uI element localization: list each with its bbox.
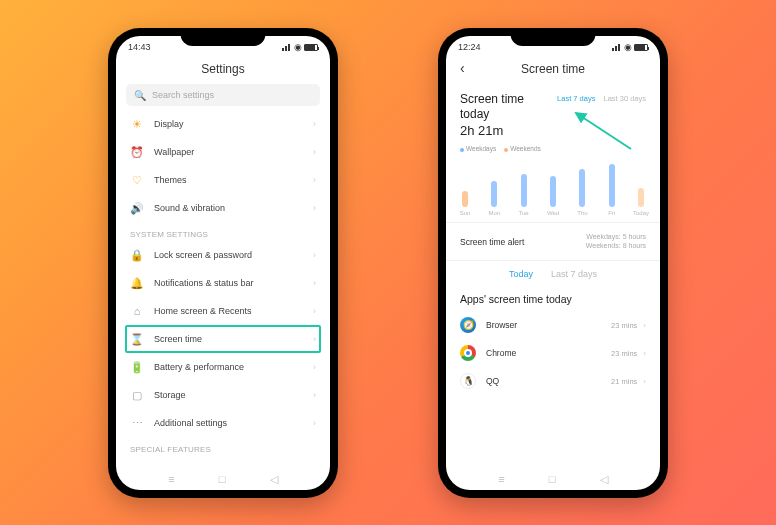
screen-settings: 14:43 ◉ Settings 🔍 Search settings ☀Disp…	[116, 36, 330, 490]
chevron-right-icon: ›	[313, 203, 316, 213]
phone-screen-time: 12:24 ◉ ‹ Screen time Screen time today …	[438, 28, 668, 498]
chevron-right-icon: ›	[313, 418, 316, 428]
page-title-text: Screen time	[521, 62, 585, 76]
chrome-icon	[460, 345, 476, 361]
page-title: ‹ Screen time	[446, 58, 660, 84]
row-label: Notifications & status bar	[154, 278, 254, 288]
tab-last7[interactable]: Last 7 days	[551, 269, 597, 279]
nav-recent-icon[interactable]: ≡	[498, 473, 504, 486]
chevron-right-icon: ›	[643, 377, 646, 386]
browser-icon: 🧭	[460, 317, 476, 333]
battery-icon	[634, 44, 648, 51]
row-icon: 🔔	[130, 276, 144, 290]
qq-icon: 🐧	[460, 373, 476, 389]
signal-icon	[282, 44, 292, 51]
chevron-right-icon: ›	[313, 334, 316, 344]
chevron-right-icon: ›	[313, 119, 316, 129]
app-row-qq[interactable]: 🐧QQ21 mins›	[446, 367, 660, 395]
app-row-browser[interactable]: 🧭Browser23 mins›	[446, 311, 660, 339]
chevron-right-icon: ›	[643, 349, 646, 358]
chevron-right-icon: ›	[313, 147, 316, 157]
section-header-special: SPECIAL FEATURES	[116, 437, 330, 456]
row-icon: 🔒	[130, 248, 144, 262]
settings-row-home-screen-recents[interactable]: ⌂Home screen & Recents›	[116, 297, 330, 325]
page-title: Settings	[116, 58, 330, 84]
settings-row-lock-screen-password[interactable]: 🔒Lock screen & password›	[116, 241, 330, 269]
app-name: QQ	[486, 376, 499, 386]
settings-row-battery-performance[interactable]: 🔋Battery & performance›	[116, 353, 330, 381]
settings-row-display[interactable]: ☀Display›	[116, 110, 330, 138]
tab-today[interactable]: Today	[509, 269, 533, 279]
chevron-right-icon: ›	[313, 175, 316, 185]
row-label: Screen time	[154, 334, 202, 344]
settings-row-notifications-status-bar[interactable]: 🔔Notifications & status bar›	[116, 269, 330, 297]
row-label: Battery & performance	[154, 362, 244, 372]
settings-row-additional-settings[interactable]: ⋯Additional settings›	[116, 409, 330, 437]
app-name: Chrome	[486, 348, 516, 358]
nav-back-icon[interactable]: ◁	[270, 473, 278, 486]
settings-row-themes[interactable]: ♡Themes›	[116, 166, 330, 194]
battery-icon	[304, 44, 318, 51]
app-duration: 21 mins	[611, 377, 637, 386]
wifi-icon: ◉	[624, 42, 632, 52]
alert-label: Screen time alert	[460, 237, 524, 247]
nav-home-icon[interactable]: □	[549, 473, 556, 486]
legend-weekdays: Weekdays	[460, 145, 496, 152]
status-time: 14:43	[128, 42, 151, 52]
notch	[181, 28, 266, 46]
chart-bar-today: Today	[636, 188, 646, 217]
row-label: Lock screen & password	[154, 250, 252, 260]
chevron-right-icon: ›	[313, 306, 316, 316]
system-nav[interactable]: ≡ □ ◁	[446, 473, 660, 486]
nav-back-icon[interactable]: ◁	[600, 473, 608, 486]
status-indicators: ◉	[282, 42, 318, 52]
range-tab-30[interactable]: Last 30 days	[603, 94, 646, 103]
settings-row-screen-time[interactable]: ⌛Screen time›	[116, 325, 330, 353]
head-line2: today	[460, 107, 524, 122]
chart-bar-fri: Fri	[607, 164, 617, 216]
back-button[interactable]: ‹	[460, 60, 465, 76]
alert-line1: Weekdays: 5 hours	[586, 233, 646, 241]
head-value: 2h 21m	[460, 123, 524, 139]
row-icon: ⌛	[130, 332, 144, 346]
screen-time-chart: SunMonTueWedThuFriToday	[446, 154, 660, 216]
row-label: Additional settings	[154, 418, 227, 428]
row-label: Home screen & Recents	[154, 306, 252, 316]
chevron-right-icon: ›	[313, 390, 316, 400]
chevron-right-icon: ›	[313, 362, 316, 372]
alert-line2: Weekends: 8 hours	[586, 242, 646, 250]
app-row-chrome[interactable]: Chrome23 mins›	[446, 339, 660, 367]
chart-bar-thu: Thu	[577, 169, 587, 216]
row-icon: 🔋	[130, 360, 144, 374]
head-line1: Screen time	[460, 92, 524, 107]
range-tab-7[interactable]: Last 7 days	[557, 94, 595, 103]
status-time: 12:24	[458, 42, 481, 52]
period-tabs[interactable]: Today Last 7 days	[446, 261, 660, 287]
row-icon: ⌂	[130, 304, 144, 318]
chart-bar-tue: Tue	[519, 174, 529, 216]
settings-row-wallpaper[interactable]: ⏰Wallpaper›	[116, 138, 330, 166]
screen-time-alert-row[interactable]: Screen time alert Weekdays: 5 hours Week…	[446, 222, 660, 261]
range-tabs[interactable]: Last 7 days Last 30 days	[557, 94, 646, 103]
row-icon: ⋯	[130, 416, 144, 430]
row-icon: ▢	[130, 388, 144, 402]
apps-title: Apps' screen time today	[446, 287, 660, 311]
row-icon: ♡	[130, 173, 144, 187]
settings-row-storage[interactable]: ▢Storage›	[116, 381, 330, 409]
settings-row-sound-vibration[interactable]: 🔊Sound & vibration›	[116, 194, 330, 222]
row-icon: 🔊	[130, 201, 144, 215]
app-duration: 23 mins	[611, 349, 637, 358]
search-placeholder: Search settings	[152, 90, 214, 100]
notch	[511, 28, 596, 46]
system-nav[interactable]: ≡ □ ◁	[116, 473, 330, 486]
screen-screen-time: 12:24 ◉ ‹ Screen time Screen time today …	[446, 36, 660, 490]
search-input[interactable]: 🔍 Search settings	[126, 84, 320, 106]
nav-recent-icon[interactable]: ≡	[168, 473, 174, 486]
search-icon: 🔍	[134, 90, 146, 101]
app-name: Browser	[486, 320, 517, 330]
app-duration: 23 mins	[611, 321, 637, 330]
section-header-system: SYSTEM SETTINGS	[116, 222, 330, 241]
nav-home-icon[interactable]: □	[219, 473, 226, 486]
chart-legend: Weekdays Weekends	[446, 139, 660, 154]
chevron-right-icon: ›	[313, 278, 316, 288]
